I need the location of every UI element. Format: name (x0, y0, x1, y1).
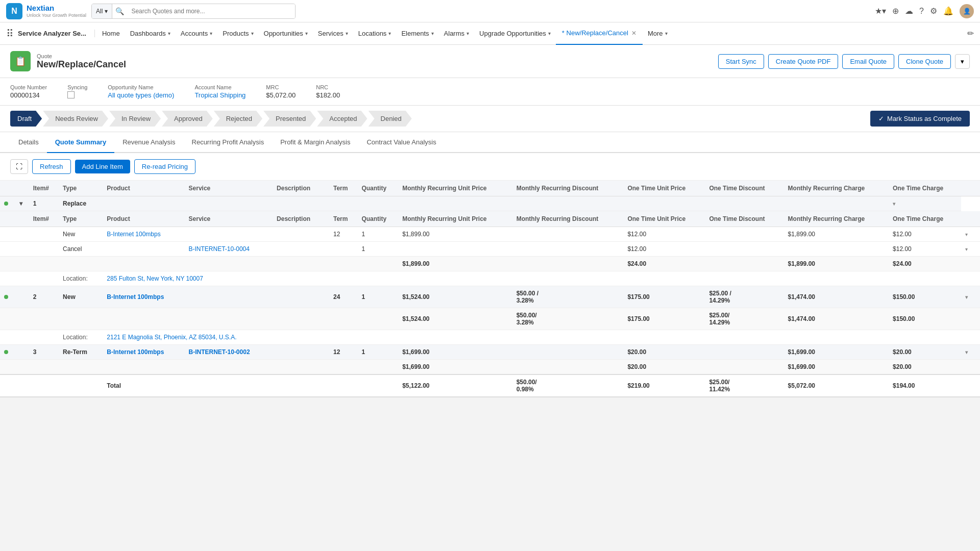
group2-type: New (59, 286, 103, 308)
group3-product[interactable]: B-Internet 100mbps (103, 345, 184, 360)
start-sync-button[interactable]: Start Sync (718, 54, 764, 69)
row2-action[interactable]: ▾ (961, 242, 980, 257)
chevron-down-icon: ▾ (548, 31, 551, 36)
nav-products[interactable]: Products▾ (217, 22, 258, 45)
nav-dashboards[interactable]: Dashboards▾ (125, 22, 176, 45)
quote-actions: Start Sync Create Quote PDF Email Quote … (718, 54, 970, 69)
nav-products-label: Products (223, 30, 249, 37)
group3-action[interactable]: ▾ (961, 345, 980, 360)
col-actions (961, 181, 980, 196)
syncing-checkbox[interactable] (67, 91, 75, 98)
col-dot (0, 181, 15, 196)
nav-opportunities[interactable]: Opportunities▾ (259, 22, 313, 45)
status-dot (4, 295, 8, 299)
status-denied[interactable]: Denied (369, 111, 412, 127)
mark-complete-button[interactable]: ✓ Mark Status as Complete (870, 111, 970, 127)
edit-pencil-icon[interactable]: ✏ (967, 29, 974, 38)
group2-action[interactable]: ▾ (961, 286, 980, 308)
location-link-2[interactable]: 2121 E Magnolia St, Phoenix, AZ 85034, U… (103, 330, 961, 345)
chevron-down-icon[interactable]: ▾ (965, 232, 968, 237)
nav-services[interactable]: Services▾ (313, 22, 353, 45)
nav-tab-label: * New/Replace/Cancel (562, 29, 628, 37)
status-rejected[interactable]: Rejected (214, 111, 262, 127)
tab-contract-value[interactable]: Contract Value Analysis (358, 132, 444, 153)
col-item: Item# (29, 181, 59, 196)
search-all-dropdown[interactable]: All ▾ (92, 4, 112, 18)
sub1-otd (705, 257, 783, 271)
chevron-down-icon[interactable]: ▾ (19, 200, 22, 207)
chevron-down-icon[interactable]: ▾ (893, 201, 895, 207)
nav-active-tab[interactable]: * New/Replace/Cancel ✕ (556, 22, 643, 45)
group3-qty: 1 (357, 345, 398, 360)
nav-upgrade[interactable]: Upgrade Opportunities▾ (474, 22, 556, 45)
detail-mrc: MRC $5,072.00 (266, 84, 296, 99)
nav-accounts[interactable]: Accounts▾ (176, 22, 217, 45)
avatar[interactable]: 👤 (960, 4, 974, 18)
help-icon[interactable]: ? (919, 7, 924, 16)
sub1-otup: $24.00 (623, 257, 705, 271)
row1-action[interactable]: ▾ (961, 227, 980, 242)
account-link[interactable]: Tropical Shipping (194, 91, 246, 99)
status-approved[interactable]: Approved (162, 111, 213, 127)
total-mrc: $5,072.00 (784, 374, 889, 397)
tab-revenue-analysis[interactable]: Revenue Analysis (114, 132, 183, 153)
location-link-1[interactable]: 285 Fulton St, New York, NY 10007 (103, 271, 961, 286)
bell-icon[interactable]: 🔔 (943, 6, 953, 16)
expand-button[interactable]: ⛶ (10, 159, 28, 174)
status-in-review[interactable]: In Review (109, 111, 161, 127)
col-term: Term (329, 181, 357, 196)
chevron-down-icon[interactable]: ▾ (965, 349, 968, 355)
row2-mruc (398, 242, 512, 257)
chevron-down-icon[interactable]: ▾ (965, 294, 968, 300)
row1-product[interactable]: B-Internet 100mbps (103, 227, 184, 242)
row2-service[interactable]: B-INTERNET-10-0004 (185, 242, 273, 257)
nav-home[interactable]: Home (97, 22, 125, 45)
nav-bar: ⠿ Service Analyzer Se... Home Dashboards… (0, 22, 980, 45)
group1-dropdown[interactable]: ▾ (889, 196, 961, 211)
nav-alarms[interactable]: Alarms▾ (439, 22, 474, 45)
tab-profit-margin[interactable]: Profit & Margin Analysis (272, 132, 358, 153)
clone-quote-button[interactable]: Clone Quote (898, 54, 951, 69)
sub-col-service: Service (185, 211, 273, 227)
reread-pricing-button[interactable]: Re-read Pricing (134, 159, 195, 174)
chevron-down-icon[interactable]: ▾ (965, 246, 968, 252)
row1-mrc: $1,899.00 (784, 227, 889, 242)
email-quote-button[interactable]: Email Quote (842, 54, 894, 69)
status-presented[interactable]: Presented (263, 111, 316, 127)
add-line-item-button[interactable]: Add Line Item (75, 160, 130, 173)
table-area: ⛶ Refresh Add Line Item Re-read Pricing … (0, 153, 980, 397)
sub-col-qty: Quantity (357, 211, 398, 227)
settings-icon[interactable]: ⚙ (930, 6, 937, 16)
status-draft[interactable]: Draft (10, 111, 42, 127)
quote-actions-dropdown[interactable]: ▾ (955, 54, 970, 69)
group1-expand[interactable]: ▾ (15, 196, 29, 211)
group2-product[interactable]: B-Internet 100mbps (103, 286, 184, 308)
cloud-icon[interactable]: ☁ (905, 6, 913, 16)
group3-service[interactable]: B-INTERNET-10-0002 (185, 345, 273, 360)
row1-otc: $12.00 (889, 227, 961, 242)
status-accepted[interactable]: Accepted (317, 111, 367, 127)
nav-locations[interactable]: Locations▾ (353, 22, 397, 45)
tab-recurring-profit[interactable]: Recurring Profit Analysis (184, 132, 273, 153)
tab-details[interactable]: Details (10, 132, 47, 153)
opportunity-link[interactable]: All quote types (demo) (108, 91, 174, 99)
close-tab-icon[interactable]: ✕ (631, 30, 636, 37)
create-pdf-button[interactable]: Create Quote PDF (768, 54, 839, 69)
row2-qty: 1 (357, 242, 398, 257)
top-bar: N Nextian Unlock Your Growth Potential A… (0, 0, 980, 22)
waffle-icon[interactable]: ⠿ (6, 28, 14, 40)
favorites-icon[interactable]: ★▾ (875, 6, 886, 16)
sub2-mrd: $50.00/3.28% (512, 308, 624, 330)
add-icon[interactable]: ⊕ (892, 6, 899, 16)
col-mruc: Monthly Recurring Unit Price (398, 181, 512, 196)
group3-mrc: $1,699.00 (784, 345, 889, 360)
detail-account: Account Name Tropical Shipping (194, 84, 246, 99)
tab-quote-summary[interactable]: Quote Summary (47, 132, 114, 153)
status-needs-review[interactable]: Needs Review (43, 111, 108, 127)
refresh-button[interactable]: Refresh (32, 159, 71, 174)
total-mruc: $5,122.00 (398, 374, 512, 397)
group-row-1: ▾ 1 Replace ▾ (0, 196, 980, 211)
nav-elements[interactable]: Elements▾ (396, 22, 438, 45)
nav-more[interactable]: More▾ (643, 22, 673, 45)
search-input[interactable] (127, 4, 295, 18)
